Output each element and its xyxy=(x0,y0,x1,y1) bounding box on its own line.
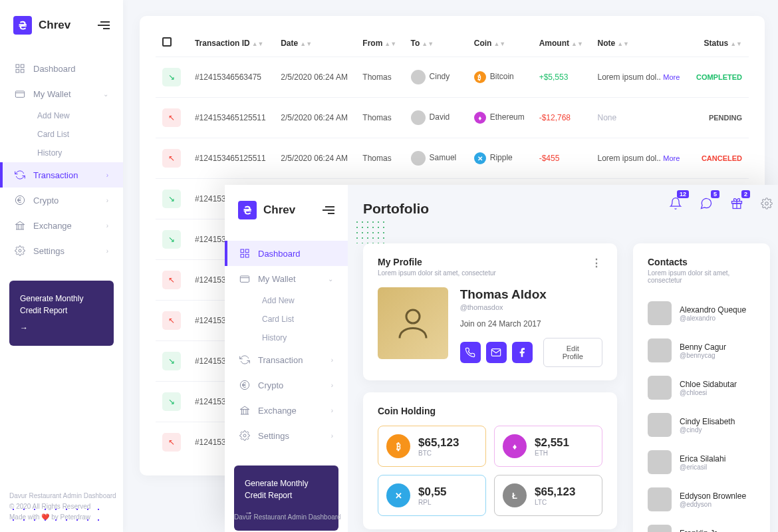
bell-icon[interactable]: 12 xyxy=(669,197,682,212)
profile-card: My Profile Lorem ipsum dolor sit amet, c… xyxy=(363,243,617,380)
contact-row[interactable]: Chloe Sidabutar@chloesi xyxy=(648,369,755,406)
chevron-icon: › xyxy=(331,382,333,389)
contacts-title: Contacts xyxy=(648,257,688,267)
sidebar-item-label: Transaction xyxy=(33,170,78,180)
avatar xyxy=(648,525,672,532)
grid-icon xyxy=(239,248,250,259)
txn-id: #124153465125511 xyxy=(188,138,274,179)
holding-eth[interactable]: ♦$2,551ETH xyxy=(494,426,602,467)
contact-name: Erica Silalahi xyxy=(680,454,725,464)
sidebar: ₴ Chrev DashboardMy Wallet⌄Add NewCard L… xyxy=(225,185,348,532)
facebook-button[interactable] xyxy=(512,342,533,363)
contact-row[interactable]: Benny Cagur@bennycag xyxy=(648,332,755,369)
sidebar-item-label: My Wallet xyxy=(258,274,296,284)
sidebar-sub-card-list[interactable]: Card List xyxy=(262,310,348,329)
col-check[interactable] xyxy=(156,29,188,57)
menu-toggle-icon[interactable] xyxy=(323,204,334,216)
txn-coin: ✕Ripple xyxy=(467,138,533,179)
col-From[interactable]: From▲▼ xyxy=(356,29,404,57)
coin-icon: ✕ xyxy=(386,483,410,507)
sidebar-item-settings[interactable]: Settings› xyxy=(225,423,348,448)
more-link[interactable]: More xyxy=(663,73,680,81)
sidebar-item-transaction[interactable]: Transaction› xyxy=(225,347,348,372)
svg-point-6 xyxy=(19,249,21,252)
svg-rect-7 xyxy=(241,249,244,253)
report-line2: Credit Report xyxy=(245,489,328,501)
txn-note: Lorem ipsum dol.. More xyxy=(591,57,689,98)
badge-count: 2 xyxy=(741,190,750,198)
contact-row[interactable]: Cindy Elisabeth@cindy xyxy=(648,406,755,444)
contacts-card: Contacts Lorem ipsum dolor sit amet, con… xyxy=(633,243,770,532)
sidebar-item-transaction[interactable]: Transaction› xyxy=(0,162,123,188)
coin-icon: ✕ xyxy=(474,152,486,164)
holding-symbol: LTC xyxy=(535,499,575,506)
table-row[interactable]: ↖#1241534651255112/5/2020 06:24 AMThomas… xyxy=(156,98,749,138)
sidebar-item-dashboard[interactable]: Dashboard xyxy=(225,241,348,266)
holding-btc[interactable]: ₿$65,123BTC xyxy=(378,426,486,467)
col-Note[interactable]: Note▲▼ xyxy=(591,29,689,57)
col-Coin[interactable]: Coin▲▼ xyxy=(467,29,533,57)
sidebar-sub-add-new[interactable]: Add New xyxy=(262,291,348,310)
chat-icon[interactable]: 5 xyxy=(700,197,713,212)
sidebar-sub-card-list[interactable]: Card List xyxy=(37,125,123,144)
chevron-icon: › xyxy=(331,356,333,364)
table-row[interactable]: ↘#124153465634752/5/2020 06:24 AMThomasC… xyxy=(156,57,749,98)
profile-name: Thomas Aldox xyxy=(460,287,602,302)
wallet-icon xyxy=(15,88,25,99)
edit-profile-button[interactable]: Edit Profile xyxy=(543,338,602,367)
sidebar-item-settings[interactable]: Settings› xyxy=(0,238,123,263)
chevron-icon: ⌄ xyxy=(103,90,108,98)
contact-row[interactable]: Alexandro Queque@alexandro xyxy=(648,295,755,332)
chevron-icon: › xyxy=(331,432,333,440)
sidebar-item-exchange[interactable]: Exchange› xyxy=(0,213,123,238)
table-head-row: Transaction ID▲▼Date▲▼From▲▼To▲▼Coin▲▼Am… xyxy=(156,29,749,57)
sidebar-item-crypto[interactable]: Crypto› xyxy=(225,372,348,398)
contact-row[interactable]: Franklin Jr@franklinjr xyxy=(648,518,755,532)
col-Date[interactable]: Date▲▼ xyxy=(274,29,356,57)
direction-in-icon: ↘ xyxy=(162,68,181,86)
gift-icon[interactable]: 2 xyxy=(730,197,743,212)
kebab-icon[interactable]: ⋮ xyxy=(591,257,602,269)
holding-value: $0,55 xyxy=(418,485,447,499)
sidebar-item-dashboard[interactable]: Dashboard xyxy=(0,56,123,81)
topbar-icons: 1252 xyxy=(669,197,773,212)
logo-mark: ₴ xyxy=(238,201,257,219)
sidebar-sub-history[interactable]: History xyxy=(37,144,123,162)
checkbox-icon[interactable] xyxy=(162,37,172,47)
sidebar: ₴ Chrev DashboardMy Wallet⌄Add NewCard L… xyxy=(0,0,123,532)
rotate-icon xyxy=(239,354,250,365)
holding-ltc[interactable]: Ł$65,123LTC xyxy=(494,475,602,516)
phone-button[interactable] xyxy=(460,342,481,363)
svg-rect-11 xyxy=(240,276,249,282)
sidebar-sub-history[interactable]: History xyxy=(262,329,348,347)
brand-name: Chrev xyxy=(263,203,295,217)
txn-coin: ₿Bitcoin xyxy=(467,57,533,98)
contact-handle: @eddyson xyxy=(680,501,746,508)
sidebar-item-my-wallet[interactable]: My Wallet⌄ xyxy=(225,266,348,291)
sidebar-item-crypto[interactable]: Crypto› xyxy=(0,188,123,213)
settings-icon[interactable] xyxy=(761,198,773,211)
svg-rect-0 xyxy=(16,65,19,68)
holding-rpl[interactable]: ✕$0,55RPL xyxy=(378,475,486,516)
menu-toggle-icon[interactable] xyxy=(98,19,110,31)
col-Amount[interactable]: Amount▲▼ xyxy=(533,29,591,57)
contact-name: Cindy Elisabeth xyxy=(680,417,735,426)
contact-row[interactable]: Eddyson Brownlee@eddyson xyxy=(648,481,755,518)
svg-point-13 xyxy=(243,434,246,437)
col-To[interactable]: To▲▼ xyxy=(404,29,467,57)
mail-button[interactable] xyxy=(486,342,507,363)
chevron-icon: › xyxy=(106,197,108,204)
report-card[interactable]: Generate Monthly Credit Report → xyxy=(9,281,114,346)
txn-note: Lorem ipsum dol.. More xyxy=(591,138,689,179)
sidebar-item-exchange[interactable]: Exchange› xyxy=(225,398,348,423)
contact-row[interactable]: Erica Silalahi@ericasil xyxy=(648,444,755,481)
table-row[interactable]: ↖#1241534651255112/5/2020 06:24 AMThomas… xyxy=(156,138,749,179)
holding-value: $65,123 xyxy=(418,436,459,450)
sidebar-item-my-wallet[interactable]: My Wallet⌄ xyxy=(0,81,123,106)
contacts-sub: Lorem ipsum dolor sit amet, consectetur xyxy=(648,269,755,284)
col-Status[interactable]: Status▲▼ xyxy=(688,29,749,57)
col-Transaction ID[interactable]: Transaction ID▲▼ xyxy=(188,29,274,57)
holding-symbol: BTC xyxy=(418,450,459,457)
more-link[interactable]: More xyxy=(663,154,680,162)
sidebar-sub-add-new[interactable]: Add New xyxy=(37,106,123,125)
